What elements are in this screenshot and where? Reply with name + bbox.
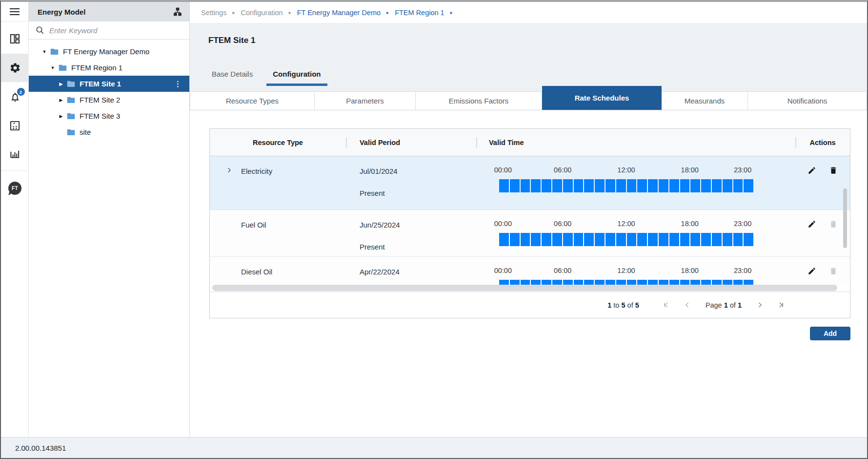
hierarchy-icon[interactable] — [173, 7, 182, 17]
cell-valid-to: Present — [360, 243, 476, 251]
hour-segment — [531, 179, 541, 192]
time-tick: 00:00 — [494, 267, 512, 274]
column-header-valid-period: Valid Period — [346, 129, 476, 156]
menu-icon — [9, 8, 20, 16]
menu-button[interactable] — [1, 2, 28, 21]
hour-segment — [669, 233, 679, 246]
delete-button[interactable] — [828, 165, 839, 176]
column-header-valid-time: Valid Time — [476, 129, 795, 156]
delete-button-disabled — [828, 266, 839, 276]
cell-valid-from: Jun/25/2024 — [360, 221, 476, 229]
hour-segment — [680, 233, 690, 246]
hour-segment — [521, 280, 530, 285]
caret-right-icon[interactable]: ▶ — [58, 114, 64, 119]
subtab-measurands[interactable]: Measurands — [662, 91, 748, 110]
hour-segment — [690, 233, 700, 246]
tree-item-label: FTEM Site 1 — [80, 80, 121, 88]
previous-page-button[interactable] — [683, 300, 692, 310]
tree-item-label: FTEM Region 1 — [71, 63, 122, 72]
hour-segment — [552, 179, 562, 192]
subtab-resource-types[interactable]: Resource Types — [190, 91, 315, 110]
subtab-rate-schedules[interactable]: Rate Schedules — [542, 86, 662, 110]
hour-segment — [723, 280, 732, 285]
hour-segment — [627, 233, 637, 246]
page-header: FTEM Site 1 Base Details Configuration — [190, 23, 867, 86]
rail-item-ft-assist[interactable]: FT — [1, 174, 29, 202]
tree-search-input[interactable] — [49, 26, 182, 35]
hour-segment — [552, 280, 562, 285]
tree-item-ftem-region-1[interactable]: ▼ FTEM Region 1 — [29, 60, 189, 76]
rail-item-settings[interactable] — [1, 54, 29, 82]
hour-segment — [552, 233, 562, 246]
table-row-electricity[interactable]: Electricity Jul/01/2024 Present 00:00 06… — [210, 156, 850, 210]
next-page-button[interactable] — [755, 300, 765, 310]
rail-item-report[interactable] — [1, 111, 29, 140]
hour-segment — [510, 179, 520, 192]
caret-right-icon[interactable]: ▶ — [58, 82, 64, 86]
hour-segment — [637, 179, 647, 192]
rail-item-dashboard[interactable] — [1, 24, 29, 53]
tree-item-ftem-site-1[interactable]: ▶ FTEM Site 1 ⋮ — [29, 76, 189, 92]
folder-icon — [67, 80, 75, 87]
tree-item-ftem-site-3[interactable]: ▶ FTEM Site 3 — [29, 108, 189, 124]
hour-segment — [637, 233, 647, 246]
row-range-text: 1 to 5 of 5 — [607, 301, 639, 309]
edit-button[interactable] — [807, 165, 817, 176]
time-tick: 18:00 — [681, 166, 699, 174]
expand-row-icon[interactable] — [225, 167, 233, 174]
time-tick: 06:00 — [554, 267, 571, 274]
first-page-button[interactable] — [662, 300, 671, 310]
cell-valid-to: Present — [360, 189, 476, 197]
status-bar: 2.00.00.143851 — [1, 437, 867, 458]
search-icon — [36, 26, 44, 35]
edit-button[interactable] — [807, 219, 817, 230]
rail-item-notifications[interactable]: 2 — [1, 83, 29, 111]
subtab-notifications[interactable]: Notifications — [748, 91, 867, 110]
tree-item-label: FT Energy Manager Demo — [63, 47, 149, 56]
hour-segment — [648, 179, 658, 192]
breadcrumb-item-ftem-region-1[interactable]: FTEM Region 1 — [395, 9, 444, 17]
subtab-emissions-factors[interactable]: Emissions Factors — [416, 91, 542, 110]
chevron-right-icon: ▸ — [232, 10, 235, 15]
caret-down-icon[interactable]: ▼ — [50, 65, 56, 70]
last-page-button[interactable] — [776, 300, 786, 310]
tree-item-ft-energy-manager-demo[interactable]: ▼ FT Energy Manager Demo — [29, 43, 189, 60]
time-tick: 23:00 — [734, 220, 751, 228]
hour-segment — [499, 233, 509, 246]
table-row-diesel-oil[interactable]: Diesel Oil Apr/22/2024 00:00 06:00 — [210, 257, 850, 285]
add-button[interactable]: Add — [810, 327, 850, 340]
folder-icon — [67, 128, 75, 136]
folder-icon — [50, 48, 59, 55]
caret-down-icon[interactable]: ▼ — [41, 49, 47, 54]
rate-schedules-table: Resource Type Valid Period Valid Time Ac… — [209, 128, 850, 318]
chevron-right-icon: ▸ — [386, 10, 389, 15]
hour-segment — [542, 179, 551, 192]
hour-segment — [606, 179, 615, 192]
cell-resource-type: Fuel Oil — [241, 221, 266, 229]
hour-segment — [701, 233, 711, 246]
breadcrumb-item-configuration[interactable]: Configuration — [241, 9, 283, 17]
tree-item-site[interactable]: ▶ site — [29, 124, 189, 140]
gear-icon — [9, 62, 21, 74]
hour-segment — [616, 179, 626, 192]
horizontal-scrollbar[interactable] — [212, 285, 837, 291]
rail-item-analytics[interactable] — [1, 139, 29, 167]
vertical-scrollbar[interactable] — [843, 188, 847, 248]
breadcrumb-item-settings[interactable]: Settings — [201, 9, 226, 17]
hour-segment — [701, 280, 711, 285]
tab-base-details[interactable]: Base Details — [212, 70, 253, 86]
tab-configuration[interactable]: Configuration — [266, 70, 327, 86]
caret-right-icon[interactable]: ▶ — [58, 98, 64, 103]
edit-button[interactable] — [807, 266, 817, 276]
tree-item-ftem-site-2[interactable]: ▶ FTEM Site 2 — [29, 92, 189, 108]
kebab-menu-icon[interactable]: ⋮ — [174, 80, 182, 88]
report-icon — [9, 120, 20, 131]
hour-segment — [616, 280, 626, 285]
horizontal-scrollbar-track — [210, 285, 850, 292]
table-row-fuel-oil[interactable]: Fuel Oil Jun/25/2024 Present 00:00 06:00 — [210, 210, 850, 257]
breadcrumb-item-ft-energy-manager-demo[interactable]: FT Energy Manager Demo — [297, 9, 381, 17]
main-tabs: Base Details Configuration — [212, 70, 327, 86]
subtab-parameters[interactable]: Parameters — [315, 91, 416, 110]
hour-segment — [616, 233, 626, 246]
hour-segment — [690, 280, 700, 285]
